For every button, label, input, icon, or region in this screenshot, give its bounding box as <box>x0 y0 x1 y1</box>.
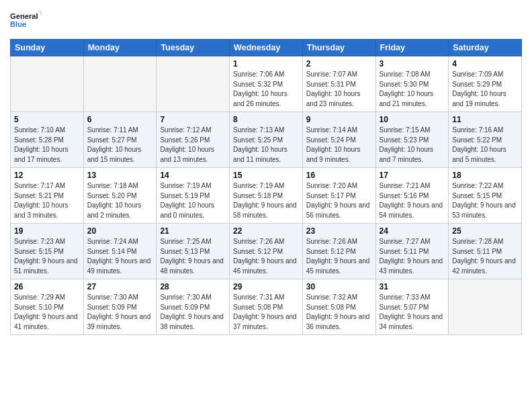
sunset-label: Sunset: 5:13 PM <box>160 248 210 255</box>
calendar-day-cell: 9Sunrise: 7:14 AMSunset: 5:24 PMDaylight… <box>302 112 375 168</box>
day-number: 27 <box>87 282 153 291</box>
calendar-day-cell: 28Sunrise: 7:30 AMSunset: 5:09 PMDayligh… <box>157 279 230 335</box>
daylight-label: Daylight: 9 hours and 49 minutes. <box>87 257 151 275</box>
sunrise-label: Sunrise: 7:21 AM <box>380 182 431 189</box>
sunset-label: Sunset: 5:07 PM <box>380 304 429 311</box>
calendar-week-row: 12Sunrise: 7:17 AMSunset: 5:21 PMDayligh… <box>11 168 522 224</box>
sunrise-label: Sunrise: 7:18 AM <box>87 182 138 189</box>
calendar-header-sunday: Sunday <box>11 40 84 56</box>
daylight-label: Daylight: 9 hours and 37 minutes. <box>233 313 297 330</box>
sunrise-label: Sunrise: 7:28 AM <box>452 238 503 245</box>
daylight-label: Daylight: 10 hours and 3 minutes. <box>14 201 69 219</box>
sunrise-label: Sunrise: 7:17 AM <box>14 182 65 189</box>
logo: General Blue <box>10 7 42 34</box>
calendar-day-cell: 20Sunrise: 7:24 AMSunset: 5:14 PMDayligh… <box>83 224 157 279</box>
calendar-day-cell: 10Sunrise: 7:15 AMSunset: 5:23 PMDayligh… <box>375 112 449 168</box>
daylight-label: Daylight: 9 hours and 54 minutes. <box>380 201 443 219</box>
day-info: Sunrise: 7:14 AMSunset: 5:24 PMDaylight:… <box>306 126 372 165</box>
sunset-label: Sunset: 5:15 PM <box>14 248 64 255</box>
day-number: 4 <box>452 59 518 68</box>
page: General Blue SundayMondayTuesdayWednesda… <box>0 0 532 342</box>
day-info: Sunrise: 7:07 AMSunset: 5:31 PMDaylight:… <box>306 70 372 109</box>
sunrise-label: Sunrise: 7:30 AM <box>160 293 211 301</box>
sunrise-label: Sunrise: 7:09 AM <box>452 71 503 78</box>
calendar-day-cell: 5Sunrise: 7:10 AMSunset: 5:28 PMDaylight… <box>11 112 84 168</box>
header: General Blue <box>10 7 522 34</box>
sunset-label: Sunset: 5:30 PM <box>380 81 429 88</box>
daylight-label: Daylight: 10 hours and 13 minutes. <box>160 146 214 163</box>
calendar-day-cell: 25Sunrise: 7:28 AMSunset: 5:11 PMDayligh… <box>449 224 522 279</box>
sunrise-label: Sunrise: 7:20 AM <box>306 182 357 189</box>
sunset-label: Sunset: 5:10 PM <box>14 304 64 311</box>
calendar-day-cell: 4Sunrise: 7:09 AMSunset: 5:29 PMDaylight… <box>449 56 522 112</box>
daylight-label: Daylight: 10 hours and 23 minutes. <box>306 90 361 107</box>
calendar-week-row: 19Sunrise: 7:23 AMSunset: 5:15 PMDayligh… <box>11 224 522 279</box>
day-info: Sunrise: 7:09 AMSunset: 5:29 PMDaylight:… <box>452 70 518 109</box>
day-number: 8 <box>233 115 299 124</box>
sunrise-label: Sunrise: 7:07 AM <box>306 71 357 78</box>
day-number: 1 <box>233 59 299 68</box>
sunset-label: Sunset: 5:26 PM <box>160 136 210 144</box>
daylight-label: Daylight: 9 hours and 48 minutes. <box>160 257 224 275</box>
sunset-label: Sunset: 5:11 PM <box>380 248 429 255</box>
calendar-day-cell: 11Sunrise: 7:16 AMSunset: 5:22 PMDayligh… <box>449 112 522 168</box>
svg-text:General: General <box>10 12 38 20</box>
day-info: Sunrise: 7:22 AMSunset: 5:15 PMDaylight:… <box>452 181 518 220</box>
calendar-day-cell: 14Sunrise: 7:19 AMSunset: 5:19 PMDayligh… <box>157 168 230 224</box>
daylight-label: Daylight: 9 hours and 36 minutes. <box>306 313 370 330</box>
day-number: 28 <box>160 282 226 291</box>
sunset-label: Sunset: 5:19 PM <box>160 192 210 199</box>
sunrise-label: Sunrise: 7:25 AM <box>160 238 211 245</box>
daylight-label: Daylight: 10 hours and 21 minutes. <box>380 90 434 107</box>
day-info: Sunrise: 7:27 AMSunset: 5:11 PMDaylight:… <box>380 237 445 276</box>
daylight-label: Daylight: 9 hours and 41 minutes. <box>14 313 78 330</box>
day-info: Sunrise: 7:25 AMSunset: 5:13 PMDaylight:… <box>160 237 226 276</box>
calendar-day-cell: 30Sunrise: 7:32 AMSunset: 5:08 PMDayligh… <box>302 279 375 335</box>
day-info: Sunrise: 7:20 AMSunset: 5:17 PMDaylight:… <box>306 181 372 220</box>
sunset-label: Sunset: 5:09 PM <box>87 304 137 311</box>
day-info: Sunrise: 7:08 AMSunset: 5:30 PMDaylight:… <box>380 70 445 109</box>
sunrise-label: Sunrise: 7:22 AM <box>452 182 503 189</box>
calendar-day-cell: 24Sunrise: 7:27 AMSunset: 5:11 PMDayligh… <box>375 224 449 279</box>
day-info: Sunrise: 7:32 AMSunset: 5:08 PMDaylight:… <box>306 293 372 332</box>
daylight-label: Daylight: 10 hours and 19 minutes. <box>452 90 506 107</box>
calendar-day-cell: 23Sunrise: 7:26 AMSunset: 5:12 PMDayligh… <box>302 224 375 279</box>
daylight-label: Daylight: 9 hours and 53 minutes. <box>452 201 516 219</box>
daylight-label: Daylight: 10 hours and 2 minutes. <box>87 201 142 219</box>
day-number: 17 <box>380 171 445 180</box>
calendar-day-cell: 27Sunrise: 7:30 AMSunset: 5:09 PMDayligh… <box>83 279 157 335</box>
sunset-label: Sunset: 5:11 PM <box>452 248 502 255</box>
calendar-day-cell: 19Sunrise: 7:23 AMSunset: 5:15 PMDayligh… <box>11 224 84 279</box>
day-info: Sunrise: 7:33 AMSunset: 5:07 PMDaylight:… <box>380 293 445 332</box>
daylight-label: Daylight: 9 hours and 46 minutes. <box>233 257 297 275</box>
sunrise-label: Sunrise: 7:24 AM <box>87 238 138 245</box>
calendar-day-cell: 2Sunrise: 7:07 AMSunset: 5:31 PMDaylight… <box>302 56 375 112</box>
day-info: Sunrise: 7:21 AMSunset: 5:16 PMDaylight:… <box>380 181 445 220</box>
calendar-day-cell: 15Sunrise: 7:19 AMSunset: 5:18 PMDayligh… <box>230 168 303 224</box>
day-number: 30 <box>306 282 372 291</box>
daylight-label: Daylight: 9 hours and 56 minutes. <box>306 201 370 219</box>
day-number: 24 <box>380 226 445 236</box>
day-info: Sunrise: 7:29 AMSunset: 5:10 PMDaylight:… <box>14 293 80 332</box>
sunrise-label: Sunrise: 7:32 AM <box>306 293 357 301</box>
daylight-label: Daylight: 10 hours and 26 minutes. <box>233 90 287 107</box>
daylight-label: Daylight: 10 hours and 7 minutes. <box>380 146 434 163</box>
calendar-week-row: 26Sunrise: 7:29 AMSunset: 5:10 PMDayligh… <box>11 279 522 335</box>
calendar-day-cell: 21Sunrise: 7:25 AMSunset: 5:13 PMDayligh… <box>157 224 230 279</box>
day-number: 26 <box>14 282 80 291</box>
calendar-header-friday: Friday <box>375 40 449 56</box>
sunset-label: Sunset: 5:14 PM <box>87 248 137 255</box>
sunrise-label: Sunrise: 7:26 AM <box>233 238 284 245</box>
sunset-label: Sunset: 5:24 PM <box>306 136 356 144</box>
sunset-label: Sunset: 5:29 PM <box>452 81 502 88</box>
day-number: 9 <box>306 115 372 124</box>
calendar-day-cell <box>157 56 230 112</box>
calendar-day-cell: 12Sunrise: 7:17 AMSunset: 5:21 PMDayligh… <box>11 168 84 224</box>
day-info: Sunrise: 7:28 AMSunset: 5:11 PMDaylight:… <box>452 237 518 276</box>
daylight-label: Daylight: 10 hours and 15 minutes. <box>87 146 142 163</box>
sunrise-label: Sunrise: 7:08 AM <box>380 71 431 78</box>
day-number: 22 <box>233 226 299 236</box>
sunset-label: Sunset: 5:15 PM <box>452 192 502 199</box>
calendar-day-cell: 17Sunrise: 7:21 AMSunset: 5:16 PMDayligh… <box>375 168 449 224</box>
calendar-header-row: SundayMondayTuesdayWednesdayThursdayFrid… <box>11 40 522 56</box>
